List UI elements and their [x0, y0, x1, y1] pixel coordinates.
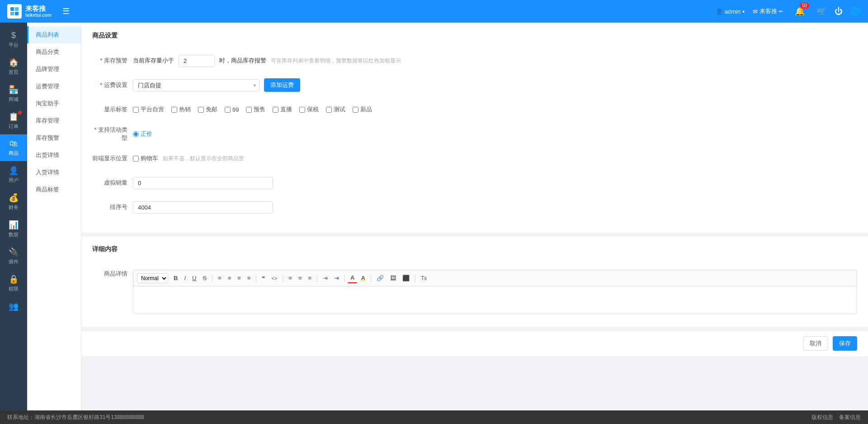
activity-type-normal-radio[interactable]	[133, 131, 139, 137]
tag-new-checkbox[interactable]	[353, 107, 359, 113]
sec-sidebar-taobao-helper[interactable]: 淘宝助手	[27, 95, 81, 112]
language-button[interactable]: 🌐	[851, 6, 861, 16]
sort-order-row: 排序号	[92, 199, 857, 215]
power-button[interactable]: ⏻	[835, 7, 843, 16]
justify-button[interactable]: ≡	[245, 273, 254, 283]
message-icon: ✉	[753, 8, 758, 15]
tag-99[interactable]: 99	[225, 106, 239, 113]
blockquote-button[interactable]: ❝	[259, 273, 268, 283]
top-nav-right: 👤 admin ▾ ✉ 来客推 ✏ 🔔 50 🛒 ⏻ 🌐	[716, 6, 861, 16]
tag-test-checkbox[interactable]	[326, 107, 332, 113]
sidebar-item-products[interactable]: 🛍 商品	[0, 134, 27, 161]
sec-sidebar-inventory-management[interactable]: 库存管理	[27, 112, 81, 129]
cancel-button[interactable]: 取消	[803, 336, 828, 351]
sidebar-item-permissions[interactable]: 🔒 权限	[0, 270, 27, 297]
icp-link[interactable]: 备案信息	[839, 414, 861, 420]
add-shipping-button[interactable]: 添加运费	[264, 78, 300, 92]
sidebar-item-users[interactable]: 👤 用户	[0, 161, 27, 188]
sec-sidebar-shipping-management[interactable]: 运费管理	[27, 78, 81, 95]
sort-order-input[interactable]	[133, 201, 273, 214]
image-button[interactable]: 🖼	[387, 273, 399, 283]
main-content: 商品设置 库存预警 当前库存量小于 时，商品库存报警 可在库存列表中查看明细，预…	[81, 23, 868, 410]
display-position-hint: 如果不选，默认显示在全部商品里	[163, 155, 244, 162]
tag-bonded[interactable]: 保税	[299, 105, 319, 114]
sec-sidebar-product-tags[interactable]: 商品标签	[27, 181, 81, 198]
italic-button[interactable]: I	[181, 273, 189, 283]
sidebar-item-home[interactable]: 🏠 首页	[0, 53, 27, 80]
toolbar-divider-1	[212, 274, 212, 282]
format-select[interactable]: Normal H1 H2 H3 H4 H5 H6	[137, 273, 168, 283]
tag-platform-self-checkbox[interactable]	[133, 107, 139, 113]
strikethrough-button[interactable]: S	[200, 273, 209, 283]
table-button[interactable]: ⬛	[400, 273, 412, 283]
sec-sidebar-inventory-warning[interactable]: 库存预警	[27, 129, 81, 147]
logo-text: 来客推 laiketui.com	[25, 5, 52, 18]
sidebar-item-orders[interactable]: 📋 订单	[0, 107, 27, 134]
plugin-icon: 🔌	[9, 247, 19, 257]
underline-button[interactable]: U	[189, 273, 199, 283]
contacts-icon: 👥	[9, 301, 19, 311]
align-left-button[interactable]: ≡	[215, 273, 224, 283]
sidebar-item-mall[interactable]: 🏪 商城	[0, 80, 27, 107]
tag-hot-sale[interactable]: 热销	[171, 105, 191, 114]
tag-hot-sale-checkbox[interactable]	[171, 107, 177, 113]
inventory-warning-input[interactable]	[179, 55, 215, 67]
clear-format-button[interactable]: Tx	[418, 274, 429, 283]
virtual-sales-input[interactable]	[133, 177, 273, 189]
sidebar-item-data[interactable]: 📊 数据	[0, 215, 27, 243]
bold-button[interactable]: B	[171, 273, 180, 283]
sec-sidebar-inbound-details[interactable]: 入货详情	[27, 164, 81, 181]
tag-free-shipping[interactable]: 免邮	[198, 105, 217, 114]
sec-sidebar-product-list[interactable]: 商品列表	[27, 26, 81, 43]
tag-presale[interactable]: 预售	[246, 105, 265, 114]
sidebar-item-finance[interactable]: 💰 财务	[0, 188, 27, 215]
sec-sidebar-product-category[interactable]: 商品分类	[27, 43, 81, 61]
sidebar-item-plugins[interactable]: 🔌 插件	[0, 243, 27, 270]
tag-live-checkbox[interactable]	[273, 107, 278, 113]
highlight-button[interactable]: A	[358, 273, 368, 283]
indent-button[interactable]: ≡	[306, 273, 315, 283]
tag-live[interactable]: 直播	[273, 105, 292, 114]
display-position-cart-checkbox[interactable]	[133, 156, 139, 162]
user-menu[interactable]: 👤 admin ▾	[716, 8, 745, 15]
unordered-list-button[interactable]: ≡	[296, 273, 305, 283]
sidebar-item-platform[interactable]: $ 平台	[0, 26, 27, 53]
toolbar-divider-2	[256, 274, 256, 282]
toolbar-divider-6	[371, 274, 371, 282]
message-button[interactable]: ✉ 来客推 ✏	[753, 7, 783, 15]
shipping-select[interactable]: 门店自提 包邮 自定义运费	[133, 79, 259, 91]
sec-sidebar-outbound-details[interactable]: 出货详情	[27, 147, 81, 164]
tag-new[interactable]: 新品	[353, 105, 372, 114]
inventory-warning-content: 当前库存量小于 时，商品库存报警 可在库存列表中查看明细，预警数据将以红色加粗显…	[133, 55, 401, 67]
product-details-editor-row: 商品详情 Normal H1 H2 H3 H4 H5 H6	[92, 266, 857, 314]
save-button[interactable]: 保存	[833, 336, 857, 351]
link-button[interactable]: 🔗	[374, 273, 387, 283]
tag-test[interactable]: 测试	[326, 105, 345, 114]
font-color-button[interactable]: A	[348, 273, 357, 283]
secondary-sidebar: 商品列表 商品分类 品牌管理 运费管理 淘宝助手 库存管理 库存预警 出货详情 …	[27, 23, 81, 410]
copyright-link[interactable]: 版权信息	[811, 414, 833, 420]
tag-99-checkbox[interactable]	[225, 107, 231, 113]
editor-body[interactable]	[133, 286, 857, 314]
activity-type-normal-price[interactable]: 正价	[133, 130, 152, 138]
align-right-button[interactable]: ≡	[235, 273, 244, 283]
hamburger-button[interactable]: ☰	[59, 5, 73, 18]
display-position-row: 前端显示位置 购物车 如果不选，默认显示在全部商品里	[92, 150, 857, 167]
tag-bonded-checkbox[interactable]	[299, 107, 305, 113]
edit-icon: ✏	[779, 9, 783, 14]
cart-button[interactable]: 🛒	[816, 6, 826, 16]
bell-button[interactable]: 🔔 50	[795, 6, 805, 16]
sidebar-item-contacts[interactable]: 👥	[0, 297, 27, 316]
display-position-cart[interactable]: 购物车	[133, 154, 158, 162]
toolbar-divider-3	[283, 274, 283, 282]
shipping-settings-label: 运费设置	[92, 81, 133, 89]
sec-sidebar-brand-management[interactable]: 品牌管理	[27, 61, 81, 78]
tag-platform-self[interactable]: 平台自营	[133, 105, 164, 114]
ordered-list-button[interactable]: ≡	[286, 273, 295, 283]
align-center-button[interactable]: ≡	[225, 273, 234, 283]
tag-free-shipping-checkbox[interactable]	[198, 107, 204, 113]
indent2-button[interactable]: ⇥	[331, 273, 342, 283]
code-button[interactable]: <>	[269, 274, 280, 282]
outdent2-button[interactable]: ⇥	[320, 273, 330, 283]
tag-presale-checkbox[interactable]	[246, 107, 252, 113]
